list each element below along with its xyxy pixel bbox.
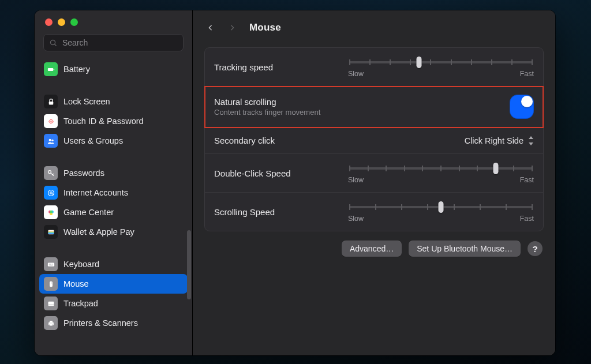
setup-bluetooth-button[interactable]: Set Up Bluetooth Mouse…	[409, 241, 521, 257]
svg-rect-15	[48, 231, 54, 231]
sidebar: BatteryLock ScreenTouch ID & PasswordUse…	[35, 10, 193, 355]
sidebar-item-touchid[interactable]: Touch ID & Password	[39, 111, 188, 131]
svg-rect-22	[49, 265, 53, 265]
mouse-icon	[44, 277, 58, 291]
back-button[interactable]	[203, 20, 217, 36]
svg-point-7	[48, 170, 51, 173]
double-click-speed-slider[interactable]	[349, 164, 533, 172]
wallet-icon	[44, 225, 58, 239]
sidebar-item-printers[interactable]: Printers & Scanners	[39, 313, 188, 333]
content-pane: Mouse Tracking speed Slow Fast	[193, 10, 555, 355]
sidebar-item-label: Internet Accounts	[63, 188, 128, 197]
svg-rect-4	[48, 101, 53, 104]
secondary-click-value: Click Right Side	[465, 136, 523, 145]
scrollbar-thumb[interactable]	[187, 230, 191, 299]
svg-rect-21	[51, 264, 52, 264]
svg-point-6	[51, 139, 53, 141]
svg-point-13	[50, 210, 53, 213]
svg-rect-16	[48, 231, 54, 232]
svg-rect-25	[48, 301, 54, 306]
tracking-speed-slider[interactable]	[349, 58, 533, 66]
chevron-left-icon	[207, 22, 214, 33]
footer-buttons: Advanced… Set Up Bluetooth Mouse… ?	[193, 231, 555, 257]
row-natural-scrolling: Natural scrolling Content tracks finger …	[205, 87, 543, 127]
svg-point-0	[51, 40, 55, 44]
sidebar-item-gamecenter[interactable]: Game Center	[39, 202, 188, 222]
printer-icon	[44, 316, 58, 330]
help-button[interactable]: ?	[528, 241, 543, 256]
battery-icon	[44, 62, 58, 76]
at-icon	[44, 186, 58, 200]
sidebar-item-passwords[interactable]: Passwords	[39, 163, 188, 183]
advanced-button[interactable]: Advanced…	[342, 241, 402, 257]
search-input[interactable]	[62, 38, 178, 47]
row-secondary-click: Secondary click Click Right Side	[205, 127, 543, 154]
sidebar-item-trackpad[interactable]: Trackpad	[39, 294, 188, 313]
slider-min-label: Slow	[348, 70, 364, 78]
gamecenter-icon	[44, 205, 58, 219]
settings-panel: Tracking speed Slow Fast Natural sc	[204, 47, 544, 231]
sidebar-item-label: Printers & Scanners	[63, 318, 138, 328]
sidebar-item-wallet[interactable]: Wallet & Apple Pay	[39, 222, 188, 242]
sidebar-item-label: Keyboard	[63, 260, 99, 269]
secondary-click-popup[interactable]: Click Right Side	[348, 136, 534, 145]
search-field[interactable]	[43, 34, 184, 51]
maximize-icon[interactable]	[70, 18, 78, 26]
sidebar-item-internetaccounts[interactable]: Internet Accounts	[39, 183, 188, 202]
forward-button[interactable]	[225, 20, 239, 36]
users-icon	[44, 134, 58, 148]
sidebar-item-label: Wallet & Apple Pay	[63, 227, 134, 237]
sidebar-item-label: Lock Screen	[63, 97, 110, 106]
sidebar-item-label: Battery	[63, 65, 90, 74]
toggle-knob	[521, 96, 533, 107]
sidebar-item-keyboard[interactable]: Keyboard	[39, 254, 188, 274]
svg-rect-28	[50, 321, 53, 322]
svg-point-5	[48, 138, 51, 141]
minimize-icon[interactable]	[58, 18, 65, 26]
scrolling-speed-slider[interactable]	[349, 203, 533, 211]
svg-line-1	[55, 44, 57, 46]
double-click-speed-label: Double-Click Speed	[214, 168, 348, 178]
secondary-click-label: Secondary click	[214, 136, 348, 145]
system-settings-window: BatteryLock ScreenTouch ID & PasswordUse…	[35, 10, 555, 355]
sidebar-item-label: Mouse	[63, 279, 89, 288]
chevron-right-icon	[229, 22, 236, 33]
sidebar-item-users[interactable]: Users & Groups	[39, 131, 188, 151]
row-tracking-speed: Tracking speed Slow Fast	[205, 48, 543, 87]
natural-scrolling-sub: Content tracks finger movement	[214, 108, 348, 117]
updown-icon	[528, 136, 534, 145]
slider-min-label: Slow	[348, 176, 364, 184]
window-controls	[35, 10, 192, 26]
svg-rect-19	[48, 264, 49, 264]
sidebar-nav: BatteryLock ScreenTouch ID & PasswordUse…	[35, 57, 192, 355]
sidebar-item-lockscreen[interactable]: Lock Screen	[39, 92, 188, 111]
trackpad-icon	[44, 297, 58, 310]
scrolling-speed-label: Scrolling Speed	[214, 207, 348, 217]
sidebar-item-label: Passwords	[63, 168, 104, 178]
slider-max-label: Fast	[520, 176, 534, 184]
slider-min-label: Slow	[348, 215, 364, 223]
slider-max-label: Fast	[520, 70, 534, 78]
fingerprint-icon	[44, 114, 58, 128]
sidebar-item-battery[interactable]: Battery	[39, 59, 188, 79]
natural-scrolling-toggle[interactable]	[510, 95, 534, 119]
sidebar-item-label: Users & Groups	[63, 136, 123, 145]
natural-scrolling-label: Natural scrolling	[214, 97, 348, 107]
page-title: Mouse	[249, 22, 281, 33]
close-icon[interactable]	[45, 18, 53, 26]
svg-rect-2	[47, 68, 53, 71]
svg-rect-20	[50, 264, 51, 264]
svg-rect-29	[50, 324, 53, 325]
search-icon	[49, 39, 58, 47]
header: Mouse	[193, 10, 555, 39]
lock-icon	[44, 95, 58, 108]
sidebar-item-label: Game Center	[63, 208, 114, 217]
sidebar-item-label: Trackpad	[63, 299, 98, 308]
sidebar-item-label: Touch ID & Password	[63, 117, 144, 126]
tracking-speed-label: Tracking speed	[214, 62, 348, 72]
row-scrolling-speed: Scrolling Speed Slow Fast	[205, 193, 543, 231]
keyboard-icon	[44, 257, 58, 271]
sidebar-item-mouse[interactable]: Mouse	[39, 274, 188, 294]
svg-rect-17	[48, 232, 54, 233]
row-double-click-speed: Double-Click Speed Slow Fast	[205, 154, 543, 193]
